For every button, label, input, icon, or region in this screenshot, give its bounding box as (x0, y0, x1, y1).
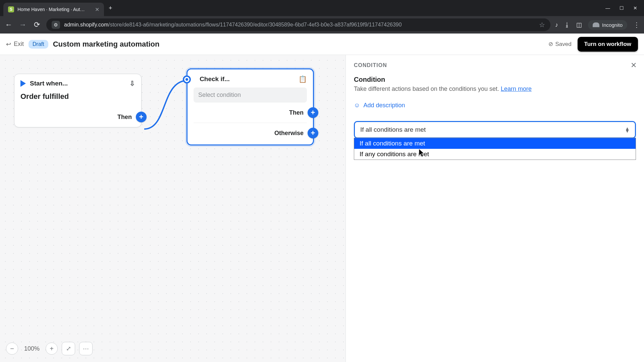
incognito-label: Incognito (602, 22, 623, 28)
start-node-header: Start when... ⇩ (20, 79, 135, 87)
close-window-icon[interactable]: ✕ (633, 5, 637, 11)
condition-node-title: Check if... (200, 75, 230, 83)
panel-close-icon[interactable]: ✕ (631, 61, 637, 70)
minimize-icon[interactable]: ― (605, 5, 610, 11)
exit-button[interactable]: ↩ Exit (6, 41, 24, 48)
reload-icon[interactable]: ⟳ (32, 20, 42, 29)
panel-title: Condition (354, 76, 636, 83)
option-all-conditions[interactable]: If all conditions are met (354, 138, 636, 149)
fit-view-button[interactable]: ⤢ (62, 342, 75, 355)
saved-label: Saved (555, 41, 571, 48)
side-panel-icon[interactable]: ◫ (576, 21, 582, 28)
draft-badge: Draft (29, 40, 48, 49)
then-label: Then (117, 114, 132, 121)
workflow-title: Custom marketing automation (53, 40, 160, 49)
start-node[interactable]: Start when... ⇩ Order fulfilled Then + (14, 74, 142, 127)
exit-label: Exit (14, 41, 24, 48)
start-node-then-port: Then + (20, 107, 135, 127)
exit-arrow-icon: ↩ (6, 41, 11, 48)
check-circle-icon: ⊘ (548, 41, 553, 48)
clipboard-icon (194, 75, 196, 83)
select-condition-field[interactable]: Select condition (194, 87, 307, 103)
select-box[interactable]: If all conditions are met ▲▼ (354, 121, 636, 138)
workspace: Start when... ⇩ Order fulfilled Then + (0, 55, 644, 362)
import-icon[interactable]: ⇩ (129, 79, 135, 87)
otherwise-label: Otherwise (274, 130, 304, 137)
add-then-button[interactable]: + (308, 107, 318, 118)
selected-value: If all conditions are met (360, 126, 426, 133)
add-description-button[interactable]: ☺ Add description (354, 102, 636, 109)
site-settings-icon[interactable]: ⚙ (52, 21, 60, 29)
panel-eyebrow: CONDITION (354, 62, 636, 68)
condition-node[interactable]: Check if... 📋 Select condition Then + Ot… (186, 68, 314, 145)
condition-panel: CONDITION ✕ Condition Take different act… (345, 55, 644, 362)
zoom-in-button[interactable]: + (46, 343, 58, 355)
add-description-label: Add description (363, 102, 405, 109)
url-bar[interactable]: ⚙ admin.shopify.com/store/de8143-a6/mark… (46, 18, 550, 31)
header-right: ⊘ Saved Turn on workflow (548, 37, 638, 52)
tab-title: Home Haven · Marketing · Aut… (17, 7, 92, 12)
app-header: ↩ Exit Draft Custom marketing automation… (0, 34, 644, 55)
menu-kebab-icon[interactable]: ⋮ (633, 21, 640, 29)
media-icon[interactable]: ♪ (555, 21, 558, 28)
back-icon[interactable]: ← (4, 20, 13, 29)
clipboard-check-icon[interactable]: 📋 (299, 75, 307, 83)
browser-tab[interactable]: S Home Haven · Marketing · Aut… ✕ (3, 3, 104, 16)
play-icon (20, 80, 26, 87)
zoom-out-button[interactable]: − (6, 343, 18, 355)
add-then-button[interactable]: + (136, 112, 147, 122)
maximize-icon[interactable]: ☐ (620, 5, 624, 11)
panel-description: Take different actions based on the cond… (354, 85, 636, 93)
updown-icon: ▲▼ (625, 127, 630, 132)
new-tab-button[interactable]: + (109, 5, 112, 12)
window-controls: ― ☐ ✕ (605, 5, 644, 11)
start-node-title: Start when... (30, 80, 68, 87)
learn-more-link[interactable]: Learn more (501, 85, 532, 92)
incognito-chip[interactable]: Incognito (588, 20, 627, 30)
browser-chrome: S Home Haven · Marketing · Aut… ✕ + ― ☐ … (0, 0, 644, 34)
condition-type-select: If all conditions are met ▲▼ If all cond… (354, 121, 636, 160)
app-root: ↩ Exit Draft Custom marketing automation… (0, 34, 644, 362)
forward-icon[interactable]: → (18, 20, 28, 29)
node-input-port[interactable] (183, 75, 191, 83)
condition-otherwise-port: Otherwise + (194, 123, 307, 143)
select-dropdown: If all conditions are met If any conditi… (354, 138, 636, 160)
download-icon[interactable]: ⭳ (564, 21, 570, 28)
toolbar-right: ♪ ⭳ ◫ Incognito ⋮ (555, 20, 640, 30)
shopify-favicon: S (8, 6, 14, 12)
incognito-icon (593, 22, 599, 27)
bookmark-star-icon[interactable]: ☆ (539, 21, 545, 29)
condition-node-header: Check if... 📋 (194, 75, 307, 83)
start-node-subtitle: Order fulfilled (20, 92, 135, 107)
condition-then-port: Then + (194, 103, 307, 123)
more-options-button[interactable]: ⋯ (79, 342, 93, 355)
saved-indicator: ⊘ Saved (548, 41, 571, 48)
turn-on-workflow-button[interactable]: Turn on workflow (578, 37, 638, 52)
tab-strip: S Home Haven · Marketing · Aut… ✕ + ― ☐ … (0, 0, 644, 16)
flow-canvas[interactable]: Start when... ⇩ Order fulfilled Then + (0, 55, 345, 362)
then-label: Then (289, 109, 304, 116)
zoom-value: 100% (22, 345, 42, 352)
option-any-conditions[interactable]: If any conditions are met (354, 149, 636, 160)
url-text: admin.shopify.com/store/de8143-a6/market… (64, 22, 402, 28)
browser-toolbar: ← → ⟳ ⚙ admin.shopify.com/store/de8143-a… (0, 16, 644, 34)
add-otherwise-button[interactable]: + (308, 128, 318, 138)
zoom-controls: − 100% + ⤢ ⋯ (6, 342, 93, 355)
smiley-icon: ☺ (354, 102, 360, 109)
tab-close-icon[interactable]: ✕ (95, 6, 99, 13)
